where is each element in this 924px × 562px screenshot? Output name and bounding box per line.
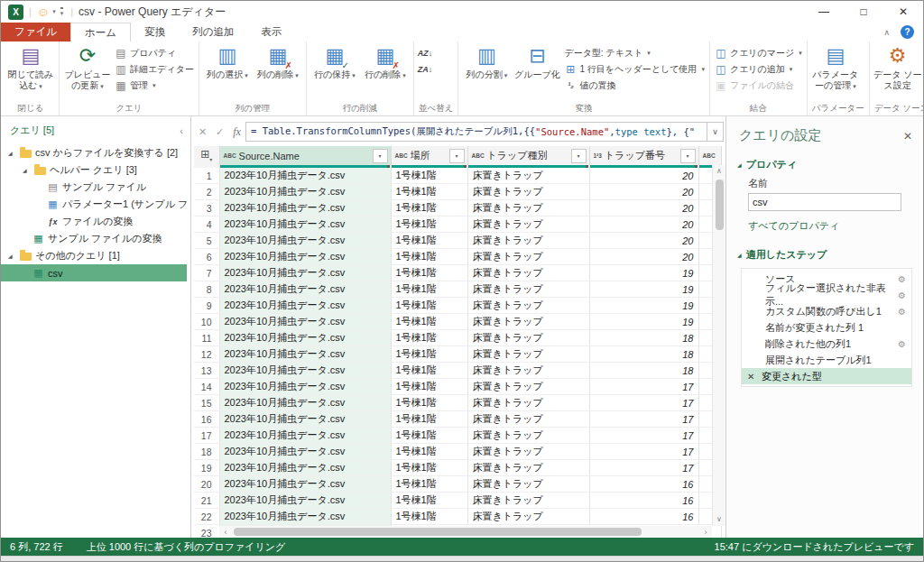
cell[interactable]: 床置きトラップ bbox=[467, 184, 589, 200]
collapse-steps-icon[interactable]: ◢ bbox=[737, 252, 742, 258]
cell[interactable]: 床置きトラップ bbox=[467, 265, 589, 281]
step-settings-gear-icon[interactable]: ⚙ bbox=[898, 290, 906, 300]
quick-access-toolbar-icon[interactable]: ▾ bbox=[60, 7, 64, 16]
row-number[interactable]: 11 bbox=[194, 330, 219, 346]
column-header-場所[interactable]: ABC場所▾ bbox=[391, 146, 467, 168]
scroll-down-icon[interactable]: ∨ bbox=[716, 513, 722, 526]
column-header-トラップ番号[interactable]: 1²3トラップ番号▾ bbox=[589, 146, 698, 168]
cell[interactable]: 床置きトラップ bbox=[467, 233, 589, 249]
cell[interactable]: 床置きトラップ bbox=[467, 217, 589, 233]
cell[interactable]: 2023年10月捕虫データ.csv bbox=[219, 249, 391, 265]
cell[interactable]: 2023年10月捕虫データ.csv bbox=[219, 428, 391, 444]
cell[interactable]: 19 bbox=[589, 298, 698, 314]
data-source-settings-button[interactable]: ⚙データ ソース設定 bbox=[873, 42, 923, 91]
cell[interactable]: 1号棟1階 bbox=[391, 249, 467, 265]
cell[interactable]: 1号棟1階 bbox=[391, 200, 467, 217]
cell[interactable]: 床置きトラップ bbox=[467, 476, 589, 493]
cell[interactable]: 1号棟1階 bbox=[391, 330, 467, 346]
cell[interactable]: 19 bbox=[589, 314, 698, 330]
cell[interactable]: 20 bbox=[589, 249, 698, 265]
filter-dropdown-icon[interactable]: ▾ bbox=[571, 149, 587, 163]
collapse-properties-icon[interactable]: ◢ bbox=[737, 161, 742, 168]
cell[interactable]: 1号棟1階 bbox=[391, 314, 467, 330]
cell[interactable]: 1号棟1階 bbox=[391, 217, 467, 233]
replace-values-button[interactable]: ¹₂値の置換 bbox=[564, 79, 705, 92]
delete-step-icon[interactable]: ✕ bbox=[747, 372, 762, 382]
cell[interactable]: 2023年10月捕虫データ.csv bbox=[219, 460, 391, 476]
expand-collapse-icon[interactable]: ◢ bbox=[23, 167, 31, 173]
scroll-right-icon[interactable]: › bbox=[699, 528, 712, 537]
formula-input[interactable]: = Table.TransformColumnTypes(展開されたテーブル列1… bbox=[245, 122, 707, 142]
cell[interactable]: 18 bbox=[589, 330, 698, 346]
cell[interactable]: 17 bbox=[589, 411, 698, 428]
row-number[interactable]: 12 bbox=[194, 346, 219, 363]
cell[interactable]: 2023年10月捕虫データ.csv bbox=[219, 346, 391, 363]
step-settings-gear-icon[interactable]: ⚙ bbox=[898, 307, 906, 317]
column-header-Source.Name[interactable]: ABCSource.Name▾ bbox=[219, 146, 391, 168]
formula-cancel-icon[interactable]: ✕ bbox=[194, 126, 211, 138]
cell[interactable]: 床置きトラップ bbox=[467, 395, 589, 411]
merge-queries-button[interactable]: ◫クエリのマージ▾ bbox=[715, 47, 802, 60]
row-number[interactable]: 2 bbox=[194, 184, 219, 200]
cell[interactable]: 2023年10月捕虫データ.csv bbox=[219, 217, 391, 233]
query-name-input[interactable] bbox=[748, 193, 901, 211]
cell[interactable]: 床置きトラップ bbox=[467, 411, 589, 428]
cell[interactable]: 2023年10月捕虫データ.csv bbox=[219, 233, 391, 249]
filter-dropdown-icon[interactable]: ▾ bbox=[680, 149, 696, 163]
row-number[interactable]: 20 bbox=[194, 476, 219, 493]
cell[interactable]: 18 bbox=[589, 346, 698, 363]
cell[interactable]: 20 bbox=[589, 200, 698, 217]
cell[interactable]: 2023年10月捕虫データ.csv bbox=[219, 200, 391, 217]
cell[interactable]: 床置きトラップ bbox=[467, 509, 589, 525]
cell[interactable]: 2023年10月捕虫データ.csv bbox=[219, 265, 391, 281]
cell[interactable]: 床置きトラップ bbox=[467, 493, 589, 509]
maximize-button[interactable]: □ bbox=[844, 1, 883, 23]
cell[interactable]: 1号棟1階 bbox=[391, 395, 467, 411]
vertical-scrollbar[interactable]: ∧ ∨ bbox=[712, 165, 725, 526]
applied-step[interactable]: フィルター選択された非表示...⚙ bbox=[742, 287, 911, 303]
cell[interactable]: 17 bbox=[589, 428, 698, 444]
cell[interactable]: 床置きトラップ bbox=[467, 460, 589, 476]
all-properties-link[interactable]: すべてのプロパティ bbox=[726, 217, 923, 244]
cell[interactable]: 1号棟1階 bbox=[391, 281, 467, 298]
row-number[interactable]: 15 bbox=[194, 395, 219, 411]
query-tree-item[interactable]: ◢ヘルパー クエリ [3] bbox=[1, 161, 187, 179]
row-number[interactable]: 14 bbox=[194, 379, 219, 395]
cell[interactable]: 床置きトラップ bbox=[467, 363, 589, 379]
sort-descending-button[interactable]: ZA↓ bbox=[419, 63, 434, 76]
close-settings-icon[interactable]: ✕ bbox=[903, 130, 912, 143]
cell[interactable]: 1号棟1階 bbox=[391, 428, 467, 444]
filter-dropdown-icon[interactable]: ▾ bbox=[449, 149, 465, 163]
cell[interactable]: 1号棟1階 bbox=[391, 298, 467, 314]
excel-app-icon[interactable]: X bbox=[8, 5, 23, 20]
cell[interactable]: 1号棟1階 bbox=[391, 233, 467, 249]
tab-add-column[interactable]: 列の追加 bbox=[179, 23, 247, 41]
formula-expand-icon[interactable]: ∨ bbox=[707, 122, 724, 142]
cell[interactable]: 2023年10月捕虫データ.csv bbox=[219, 330, 391, 346]
cell[interactable]: 1号棟1階 bbox=[391, 363, 467, 379]
cell[interactable]: 17 bbox=[589, 379, 698, 395]
filter-dropdown-icon[interactable]: ▾ bbox=[373, 149, 388, 163]
cell[interactable]: 床置きトラップ bbox=[467, 379, 589, 395]
remove-rows-button[interactable]: ▦✗行の削除▾ bbox=[360, 42, 411, 81]
collapse-ribbon-icon[interactable]: ∧ bbox=[883, 28, 890, 37]
formula-check-icon[interactable]: ✓ bbox=[211, 126, 228, 138]
row-number[interactable]: 9 bbox=[194, 298, 219, 314]
row-number[interactable]: 21 bbox=[194, 493, 219, 509]
query-tree-item[interactable]: ▦サンプル ファイルの変換 bbox=[1, 230, 187, 247]
keep-rows-button[interactable]: ▦✓行の保持▾ bbox=[310, 42, 360, 81]
query-tree-item[interactable]: ◢その他のクエリ [1] bbox=[1, 247, 187, 264]
step-settings-gear-icon[interactable]: ⚙ bbox=[898, 339, 906, 349]
cell[interactable]: 床置きトラップ bbox=[467, 298, 589, 314]
cell[interactable]: 床置きトラップ bbox=[467, 444, 589, 460]
row-number[interactable]: 13 bbox=[194, 363, 219, 379]
cell[interactable]: 1号棟1階 bbox=[391, 460, 467, 476]
advanced-editor-button[interactable]: ▥詳細エディター bbox=[115, 63, 194, 76]
cell[interactable]: 1号棟1階 bbox=[391, 444, 467, 460]
row-number[interactable]: 17 bbox=[194, 428, 219, 444]
properties-button[interactable]: ▤プロパティ bbox=[115, 47, 194, 60]
scroll-left-icon[interactable]: ‹ bbox=[219, 528, 232, 537]
help-icon[interactable]: ? bbox=[901, 25, 914, 39]
row-number[interactable]: 16 bbox=[194, 411, 219, 428]
append-queries-button[interactable]: ◫クエリの追加▾ bbox=[715, 63, 802, 76]
